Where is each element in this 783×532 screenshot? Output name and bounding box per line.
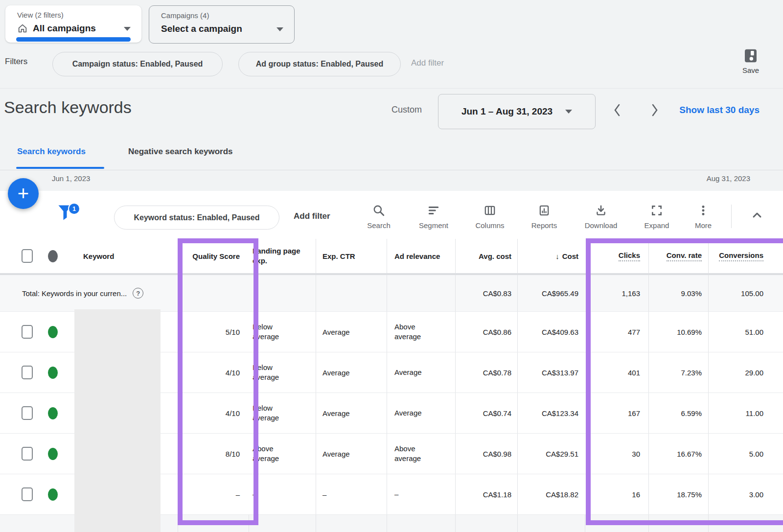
more-vertical-icon [697,204,710,217]
download-button[interactable]: Download [577,204,624,230]
total-label-cell: Total: Keywords in your curren... ? [0,275,178,311]
conversions-cell: 29.00 [708,352,783,393]
ad-relevance-cell: Above average [387,312,455,352]
filter-chip-ad-group-status[interactable]: Ad group status: Enabled, Paused [238,52,401,76]
col-header-quality-score[interactable]: Quality Score [178,239,249,273]
google-ads-search-keywords-page: View (2 filters) All campaigns Campaigns… [0,0,783,532]
col-header-clicks[interactable]: Clicks [585,239,648,273]
chevron-down-icon [565,110,572,114]
landing-page-exp-cell: – [249,474,316,514]
status-dot-enabled [48,448,58,460]
ad-relevance-cell: Average [387,352,455,393]
collapse-table-button[interactable] [750,209,764,223]
sort-descending-icon: ↓ [555,252,559,260]
col-header-conversions[interactable]: Conversions [708,239,783,273]
page-title: Search keywords [4,98,132,117]
tab-negative-search-keywords[interactable]: Negative search keywords [128,147,233,157]
expand-button[interactable]: Expand [633,204,680,230]
save-icon [743,48,759,64]
date-range-picker[interactable]: Jun 1 – Aug 31, 2023 [438,94,596,129]
clicks-cell: 167 [585,393,648,433]
active-filters-button[interactable]: 1 [58,205,80,228]
segment-button[interactable]: Segment [410,204,457,230]
cost-cell: CA$409.63 [517,312,585,352]
col-header-exp-ctr[interactable]: Exp. CTR [316,239,387,273]
reports-icon [538,204,551,217]
reports-button[interactable]: Reports [521,204,568,230]
ad-relevance-cell: Average [387,393,455,433]
landing-page-exp-cell: Below average [249,393,316,433]
toolbar-divider [731,205,732,228]
ad-relevance-cell: – [387,474,455,514]
columns-button[interactable]: Columns [466,204,513,230]
col-header-landing-page-exp[interactable]: Landing page exp. [249,239,316,273]
previous-period-button[interactable] [612,103,622,119]
tab-search-keywords[interactable]: Search keywords [17,147,86,157]
campaign-selector[interactable]: Campaigns (4) Select a campaign [149,5,295,44]
quality-score-cell: 4/10 [178,352,249,393]
add-filter-button-toolbar[interactable]: Add filter [294,211,330,221]
chevron-left-icon [612,103,622,117]
date-range-value: Jun 1 – Aug 31, 2023 [461,106,553,117]
filters-label: Filters [5,57,27,67]
status-dot-enabled [48,407,58,419]
row-checkbox[interactable] [22,325,33,339]
search-button[interactable]: Search [355,204,402,230]
status-dot-enabled [48,326,58,338]
more-button[interactable]: More [680,204,727,230]
clicks-cell: 30 [585,434,648,474]
col-header-cost[interactable]: ↓Cost [517,239,585,273]
search-button-label: Search [367,221,391,230]
total-cost: CA$965.49 [517,275,585,311]
col-header-avg-cost[interactable]: Avg. cost [455,239,517,273]
view-selector-label: View (2 filters) [17,11,64,19]
conversions-cell: 5.00 [708,434,783,474]
help-icon[interactable]: ? [133,288,143,299]
row-checkbox[interactable] [22,487,33,501]
next-period-button[interactable] [649,103,660,119]
conv-rate-cell: 18.75% [648,474,708,514]
avg-cost-cell: CA$0.98 [455,434,517,474]
landing-page-exp-cell: Below average [249,312,316,352]
campaign-selector-value: Select a campaign [161,23,242,34]
campaign-selector-label: Campaigns (4) [161,11,209,20]
add-filter-button[interactable]: Add filter [411,58,444,68]
view-selected-indicator [16,37,131,42]
select-all-checkbox[interactable] [22,249,33,263]
columns-icon [484,204,496,217]
chevron-down-icon [276,27,283,31]
filter-chip-keyword-status[interactable]: Keyword status: Enabled, Paused [114,206,279,230]
row-checkbox[interactable] [22,366,33,379]
total-row: Total: Keywords in your curren... ? CA$0… [0,273,783,311]
date-range-type: Custom [392,105,422,115]
add-keyword-button[interactable]: + [8,178,39,209]
active-tab-indicator [16,167,104,169]
home-icon [17,23,28,34]
cost-cell: CA$29.51 [517,434,585,474]
conv-rate-cell: 6.59% [648,393,708,433]
exp-ctr-cell: – [316,474,387,514]
ad-relevance-cell: Above average [387,434,455,474]
filter-chip-campaign-status[interactable]: Campaign status: Enabled, Paused [52,52,223,76]
conversions-cell: 51.00 [708,312,783,352]
download-button-label: Download [585,221,618,230]
total-conversions: 105.00 [708,275,783,311]
col-header-conv-rate[interactable]: Conv. rate [648,239,708,273]
view-selector-value: All campaigns [33,23,96,34]
row-checkbox[interactable] [22,447,33,461]
save-button[interactable]: Save [735,48,766,74]
clicks-cell: 401 [585,352,648,393]
show-last-30-days-link[interactable]: Show last 30 days [679,105,760,116]
view-selector[interactable]: View (2 filters) All campaigns [5,5,141,43]
download-icon [595,204,607,217]
filter-count-badge: 1 [68,203,80,215]
conv-rate-cell: 7.23% [648,352,708,393]
row-checkbox[interactable] [22,406,33,420]
avg-cost-cell: CA$0.74 [455,393,517,433]
chevron-up-icon [750,209,764,221]
total-label: Total: Keywords in your curren... [22,289,127,298]
col-header-ad-relevance[interactable]: Ad relevance [387,239,455,273]
col-header-keyword[interactable]: Keyword [73,239,178,273]
conv-rate-cell: 16.67% [648,434,708,474]
status-dot-enabled [48,488,58,501]
